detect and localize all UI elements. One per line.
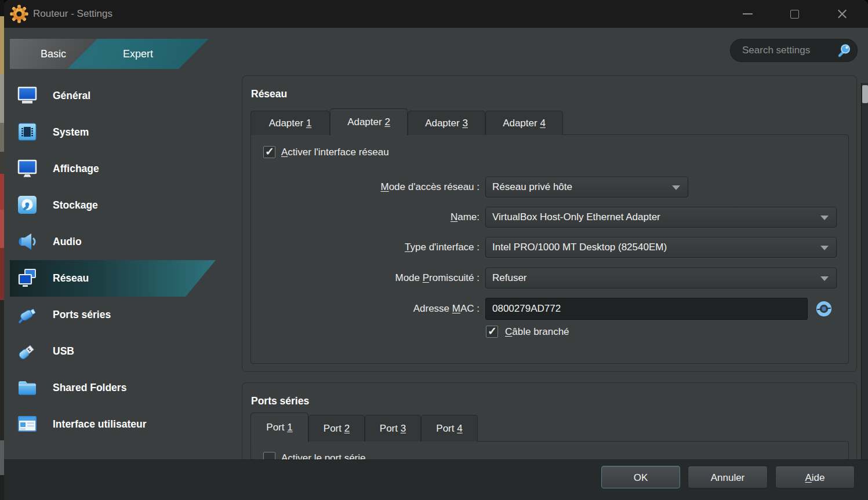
enable-network-adapter-checkbox[interactable]	[263, 146, 275, 158]
tab-adapter-1[interactable]: Adapter 1	[250, 111, 330, 135]
usb-icon	[16, 340, 39, 363]
network-group: Réseau Adapter 1 Adapter 2 Adapter 3 Ada…	[242, 75, 857, 372]
maximize-icon	[790, 10, 799, 19]
minimize-button[interactable]	[736, 3, 759, 24]
promiscuous-mode-label: Mode Promiscuité :	[251, 268, 480, 289]
attach-mode-label: Mode d'accès réseau :	[251, 177, 480, 198]
ok-button[interactable]: OK	[601, 466, 680, 488]
close-button[interactable]	[830, 3, 854, 24]
sidebar-item-storage[interactable]: Stockage	[10, 187, 216, 224]
refresh-icon	[815, 300, 833, 317]
vertical-scrollbar[interactable]	[861, 83, 868, 459]
tab-port-2[interactable]: Port 2	[308, 415, 365, 441]
maximize-button[interactable]	[783, 3, 806, 24]
display-icon	[16, 157, 39, 180]
adapter-type-label: Type d'interface :	[251, 237, 480, 258]
search-settings	[730, 39, 858, 62]
mode-selector: Basic Expert	[10, 39, 209, 69]
network-icon	[16, 267, 39, 290]
sidebar-item-network[interactable]: Réseau	[10, 260, 216, 297]
gear-icon	[9, 4, 29, 24]
audio-icon	[16, 230, 39, 253]
tab-adapter-3[interactable]: Adapter 3	[408, 111, 485, 135]
titlebar: Routeur - Settings	[4, 0, 868, 28]
tab-port-4[interactable]: Port 4	[421, 415, 478, 441]
mac-address-label: Adresse MAC :	[251, 298, 480, 320]
chevron-down-icon	[672, 185, 680, 190]
search-input[interactable]	[741, 39, 836, 61]
help-button[interactable]: Aide	[775, 466, 855, 488]
sidebar-item-serial-ports[interactable]: Ports séries	[10, 297, 216, 333]
footer-bar: OK Annuler Aide	[4, 459, 868, 500]
cancel-button[interactable]: Annuler	[688, 466, 768, 488]
minimize-icon	[743, 13, 753, 14]
close-icon	[837, 9, 847, 19]
promiscuous-mode-select[interactable]: Refuser	[485, 268, 837, 289]
tab-port-1[interactable]: Port 1	[250, 413, 308, 442]
chevron-down-icon	[820, 276, 829, 281]
scrollbar-thumb[interactable]	[862, 85, 868, 103]
chevron-down-icon	[820, 216, 829, 220]
search-icon[interactable]	[837, 43, 852, 58]
host-adapter-name-label: Name:	[251, 207, 480, 228]
tab-port-3[interactable]: Port 3	[365, 415, 421, 441]
mac-address-input[interactable]	[485, 298, 808, 320]
user-interface-icon	[16, 413, 39, 436]
tab-adapter-4[interactable]: Adapter 4	[485, 111, 563, 135]
generate-mac-button[interactable]	[813, 298, 834, 319]
sidebar-item-user-interface[interactable]: Interface utilisateur	[10, 406, 216, 443]
sidebar-item-usb[interactable]: USB	[10, 333, 216, 370]
tab-adapter-2[interactable]: Adapter 2	[330, 108, 408, 136]
tab-expert-label[interactable]: Expert	[80, 39, 196, 69]
serial-ports-icon	[16, 303, 39, 326]
chevron-down-icon	[820, 246, 829, 250]
sidebar-item-display[interactable]: Affichage	[10, 151, 216, 187]
sidebar-item-audio[interactable]: Audio	[10, 224, 216, 260]
attach-mode-select[interactable]: Réseau privé hôte	[485, 177, 688, 198]
window-title: Routeur - Settings	[33, 0, 112, 28]
general-icon	[16, 84, 39, 107]
enable-network-adapter-label: Activer l'interface réseau	[281, 146, 389, 158]
sidebar-item-shared-folders[interactable]: Shared Folders	[10, 370, 216, 406]
settings-window: Routeur - Settings Basic Expert Général	[4, 0, 868, 500]
adapter-2-panel: Activer l'interface réseau Mode d'accès …	[250, 134, 849, 364]
storage-icon	[16, 194, 39, 217]
system-icon	[16, 121, 39, 144]
cable-connected-label: Câble branché	[505, 326, 569, 338]
adapter-type-select[interactable]: Intel PRO/1000 MT Desktop (82540EM)	[485, 237, 837, 258]
shared-folders-icon	[16, 376, 39, 399]
background-window-edge	[0, 0, 4, 500]
cable-connected-checkbox[interactable]	[486, 326, 498, 338]
sidebar-item-system[interactable]: System	[10, 114, 216, 151]
network-group-title: Réseau	[251, 88, 287, 100]
serial-ports-group-title: Ports séries	[251, 395, 309, 407]
sidebar-item-general[interactable]: Général	[10, 78, 216, 114]
host-adapter-name-select[interactable]: VirtualBox Host-Only Ethernet Adapter	[485, 207, 837, 228]
